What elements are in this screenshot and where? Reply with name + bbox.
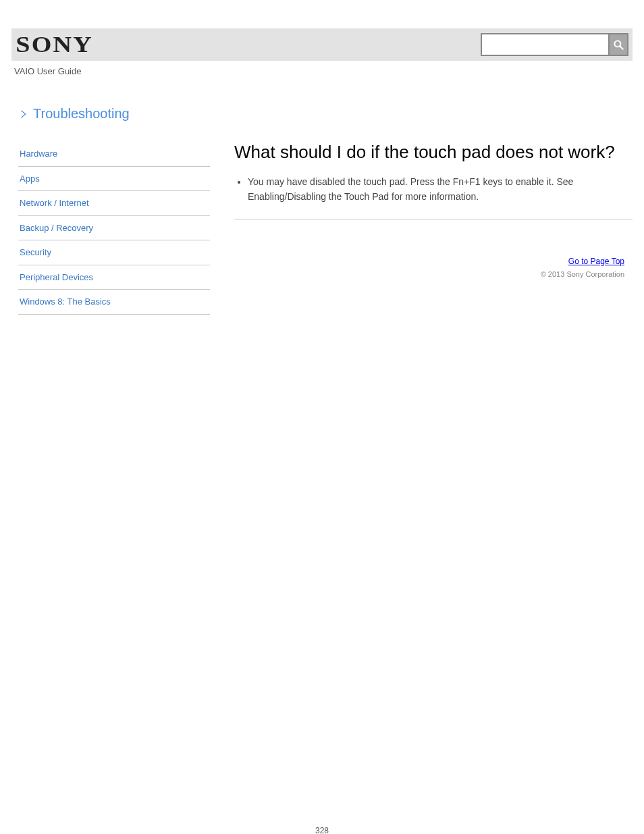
troubleshooting-link[interactable]: Troubleshooting	[33, 106, 130, 122]
sidebar-item-label: Peripheral Devices	[20, 272, 93, 282]
search-wrap	[481, 33, 628, 56]
sidebar-item-hardware[interactable]: Hardware	[18, 142, 210, 167]
search-input[interactable]	[481, 33, 608, 56]
sidebar-item-label: Security	[20, 247, 51, 257]
sidebar-item-label: Network / Internet	[20, 198, 89, 208]
search-button[interactable]	[608, 33, 628, 56]
page-number: 328	[11, 826, 633, 834]
go-to-top-link[interactable]: Go to Page Top	[568, 257, 624, 266]
header-bar: SONY	[11, 28, 633, 61]
sidebar-item-label: Windows 8: The Basics	[20, 296, 111, 307]
article-bullet: You may have disabled the touch pad. Pre…	[248, 175, 633, 204]
article-bullets: You may have disabled the touch pad. Pre…	[234, 175, 633, 204]
product-line: VAIO User Guide	[11, 66, 633, 76]
footer-copyright: © 2013 Sony Corporation	[541, 270, 624, 278]
svg-line-1	[620, 46, 623, 49]
article-title: What should I do if the touch pad does n…	[234, 142, 633, 163]
sidebar-item-label: Apps	[20, 174, 40, 184]
sidebar-item-peripherals[interactable]: Peripheral Devices	[18, 265, 210, 290]
sidebar-item-backup[interactable]: Backup / Recovery	[18, 216, 210, 241]
sidebar-item-label: Hardware	[20, 149, 57, 159]
troubleshooting-row: Troubleshooting	[11, 106, 633, 122]
main-content: What should I do if the touch pad does n…	[210, 142, 633, 315]
sidebar-item-apps[interactable]: Apps	[18, 167, 210, 192]
sidebar: Hardware Apps Network / Internet Backup …	[18, 142, 210, 315]
brand-logo: SONY	[14, 32, 93, 57]
sidebar-item-label: Backup / Recovery	[20, 223, 93, 233]
chevron-right-icon	[18, 109, 28, 119]
sidebar-item-windows8[interactable]: Windows 8: The Basics	[18, 290, 210, 315]
content-divider	[234, 219, 633, 219]
columns: Hardware Apps Network / Internet Backup …	[11, 142, 633, 315]
search-icon	[612, 38, 624, 51]
sidebar-item-network[interactable]: Network / Internet	[18, 191, 210, 216]
sidebar-item-security[interactable]: Security	[18, 240, 210, 265]
footer-links: Go to Page Top	[568, 257, 624, 266]
